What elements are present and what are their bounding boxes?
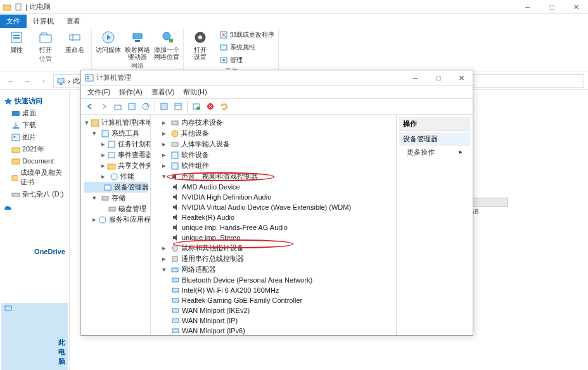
actions-devmgr[interactable]: 设备管理器 [399, 132, 470, 146]
nav-fwd[interactable]: → [20, 74, 34, 88]
lt-root[interactable]: ▾计算机管理(本地) [84, 117, 148, 128]
dev-wan-ip[interactable]: WAN Miniport (IP) [153, 316, 393, 326]
dm-maximize[interactable]: □ [427, 70, 450, 86]
lt-svc[interactable]: ▸服务和应用程序 [84, 214, 148, 225]
lt-task[interactable]: ▸任务计划程序 [84, 139, 148, 150]
lt-perf[interactable]: ▸性能 [84, 171, 148, 182]
menu-view[interactable]: 查看 [60, 15, 87, 28]
tb-view2[interactable] [172, 100, 184, 113]
ribbon-sysprops[interactable]: 系统属性 [219, 42, 274, 53]
ribbon-settings[interactable]: 打开 设置 [188, 29, 213, 66]
minimize-button[interactable]: ─ [516, 0, 540, 14]
pc-icon [56, 77, 65, 86]
svg-rect-86 [172, 257, 177, 262]
ribbon-rename[interactable]: 重命名 [62, 29, 87, 53]
svg-marker-84 [173, 234, 177, 241]
svg-rect-10 [133, 34, 142, 39]
dev-realtek-audio[interactable]: Realtek(R) Audio [153, 212, 393, 222]
svg-rect-17 [220, 45, 227, 50]
dev-unique-imp-ag[interactable]: unique imp. Hands-Free AG Audio [153, 222, 393, 233]
sidebar-2021[interactable]: 2021年 [1, 143, 68, 155]
tb-refresh[interactable] [218, 100, 231, 113]
lt-systools[interactable]: ▾系统工具 [84, 128, 148, 139]
cat-memtech[interactable]: ▸内存技术设备 [153, 117, 393, 128]
ribbon-map-network[interactable]: 映射网络 驱动器 [125, 29, 150, 60]
explorer-sidebar: 快速访问 桌面 下载 图片 2021年 Document 成绩单及相关证书 杂七… [0, 90, 70, 370]
tb-fwd[interactable] [98, 100, 110, 113]
lt-event[interactable]: ▸事件查看器 [84, 150, 148, 160]
svg-rect-24 [13, 127, 19, 129]
cat-otherdev[interactable]: ▸其他设备 [153, 128, 393, 139]
svg-rect-48 [87, 76, 89, 77]
svg-rect-0 [3, 5, 11, 10]
dm-minimize[interactable]: ─ [404, 70, 427, 86]
sidebar-diskd[interactable]: 杂七杂八 (D:) [1, 188, 68, 200]
nav-back[interactable]: ← [4, 74, 18, 88]
svg-rect-5 [40, 35, 51, 42]
cat-network[interactable]: ▾网络适配器 [153, 264, 393, 275]
dev-unique-imp-stereo[interactable]: unique imp. Stereo [153, 233, 393, 243]
dm-menu-file[interactable]: 文件(F) [84, 86, 114, 98]
dev-wan-ipv6[interactable]: WAN Miniport (IPv6) [153, 326, 393, 335]
dev-realtek-gbe[interactable]: Realtek Gaming GbE Family Controller [153, 295, 393, 305]
tb-back[interactable] [84, 100, 96, 113]
dev-wan-ikev2[interactable]: WAN Miniport (IKEv2) [153, 305, 393, 316]
cat-usb[interactable]: ▸通用串行总线控制器 [153, 253, 393, 264]
ribbon-uninstall[interactable]: 卸载或更改程序 [219, 29, 274, 41]
ribbon-manage[interactable]: 管理 [219, 54, 274, 66]
cat-swcomp[interactable]: ▸软件组件 [153, 160, 393, 171]
tb-up[interactable] [112, 100, 124, 113]
dev-amd-audio[interactable]: AMD Audio Device [153, 182, 393, 192]
close-button[interactable]: ✕ [564, 0, 588, 14]
ribbon-add-network[interactable]: 添加一个 网络位置 [154, 29, 179, 60]
svg-rect-49 [87, 78, 89, 79]
ribbon-media[interactable]: 访问媒体 [96, 29, 121, 60]
sidebar-thispc[interactable]: 此电脑 [1, 303, 68, 370]
menu-file[interactable]: 文件 [0, 15, 27, 28]
dm-close[interactable]: ✕ [450, 70, 473, 86]
maximize-button[interactable]: □ [540, 0, 564, 14]
tb-help[interactable]: ? [139, 100, 152, 113]
svg-rect-71 [109, 207, 115, 211]
svg-rect-54 [161, 103, 167, 110]
sidebar-quickaccess[interactable]: 快速访问 [1, 95, 68, 107]
actions-more[interactable]: 更多操作▸ [399, 146, 470, 159]
dev-nvidia-hd[interactable]: NVIDIA High Definition Audio [153, 192, 393, 202]
dm-menu-help[interactable]: 帮助(H) [179, 86, 210, 98]
dev-bt-pan[interactable]: Bluetooth Device (Personal Area Network) [153, 275, 393, 285]
sidebar-onedrive[interactable]: OneDrive [1, 203, 68, 300]
nav-up[interactable]: ↑ [37, 74, 51, 88]
dm-menu-action[interactable]: 操作(A) [115, 86, 146, 98]
sidebar-desktop[interactable]: 桌面 [1, 107, 68, 119]
lt-share[interactable]: ▸共享文件夹 [84, 160, 148, 171]
dev-nvidia-vad[interactable]: NVIDIA Virtual Audio Device (Wave Extens… [153, 202, 393, 212]
cat-swdev[interactable]: ▸软件设备 [153, 150, 393, 160]
cat-hid[interactable]: ▸人体学输入设备 [153, 139, 393, 150]
sidebar-pictures[interactable]: 图片 [1, 131, 68, 143]
ribbon-properties[interactable]: 属性 [4, 29, 29, 53]
svg-marker-22 [4, 98, 12, 105]
tb-view1[interactable] [158, 100, 170, 113]
cat-mouse[interactable]: ▸鼠标和其他指针设备 [153, 243, 393, 253]
tb-props[interactable] [125, 100, 138, 113]
menu-computer[interactable]: 计算机 [27, 15, 60, 28]
svg-rect-3 [13, 35, 20, 36]
sidebar-cert[interactable]: 成绩单及相关证书 [1, 167, 68, 188]
tb-scan[interactable] [190, 100, 203, 113]
cat-sound[interactable]: ▾声音、视频和游戏控制器 [153, 171, 393, 182]
lt-diskmgmt[interactable]: 磁盘管理 [84, 203, 148, 214]
svg-rect-73 [172, 121, 178, 125]
ribbon: 属性 打开 重命名 位置 访问媒体 映射网络 驱动器 添加一个 网络位置 网络 … [0, 28, 588, 72]
ribbon-open[interactable]: 打开 [33, 29, 58, 53]
dm-menu-view[interactable]: 查看(V) [148, 86, 179, 98]
lt-devmgr[interactable]: 设备管理器 [84, 182, 148, 193]
sidebar-document[interactable]: Document [1, 155, 68, 167]
svg-rect-67 [108, 164, 115, 169]
svg-rect-6 [70, 35, 80, 40]
sidebar-downloads[interactable]: 下载 [1, 119, 68, 131]
svg-rect-4 [13, 37, 20, 39]
lt-storage[interactable]: ▾存储 [84, 193, 148, 203]
dev-intel-ax200[interactable]: Intel(R) Wi-Fi 6 AX200 160MHz [153, 285, 393, 295]
tb-uninstall[interactable] [204, 100, 217, 113]
window-title: 此电脑 [30, 2, 51, 11]
